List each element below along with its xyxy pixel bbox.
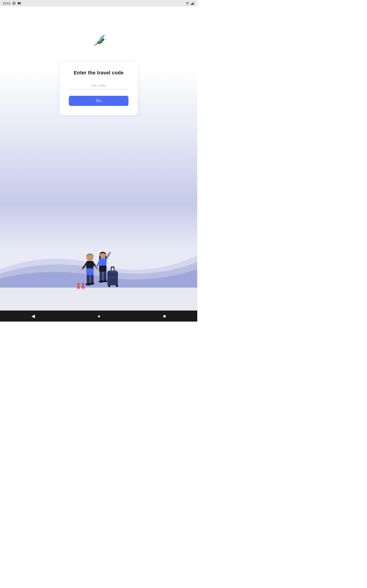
status-bar: 10:53 (0, 0, 197, 6)
wifi-icon (185, 2, 190, 5)
hummingbird-area (0, 6, 197, 48)
svg-rect-18 (111, 267, 115, 268)
main-content: Enter the travel code Go (0, 6, 197, 311)
travelers-svg (73, 242, 124, 294)
svg-rect-3 (18, 2, 20, 4)
nav-bar: ◀ ● ■ (0, 311, 197, 321)
code-input[interactable] (69, 82, 128, 89)
svg-rect-4 (21, 3, 21, 4)
svg-rect-7 (193, 2, 193, 5)
svg-rect-28 (90, 275, 94, 284)
svg-rect-8 (194, 2, 194, 5)
svg-rect-14 (107, 271, 118, 285)
status-right (185, 2, 194, 5)
svg-rect-6 (192, 3, 192, 5)
svg-rect-37 (103, 271, 106, 281)
svg-point-34 (109, 252, 111, 254)
svg-point-26 (96, 268, 99, 270)
svg-rect-5 (191, 4, 192, 5)
illustration-area (0, 233, 197, 311)
svg-point-40 (77, 283, 80, 285)
card-area: Enter the travel code Go (0, 61, 197, 115)
svg-point-12 (103, 39, 103, 39)
card-title: Enter the travel code (74, 70, 124, 76)
recent-button[interactable]: ■ (163, 313, 166, 319)
svg-point-39 (102, 280, 107, 282)
svg-rect-33 (99, 266, 106, 272)
svg-point-20 (116, 285, 118, 287)
time-display: 10:53 (3, 2, 10, 5)
svg-rect-27 (87, 275, 90, 284)
svg-point-11 (102, 39, 103, 40)
go-button[interactable]: Go (69, 96, 128, 106)
svg-point-35 (95, 265, 98, 268)
battery-icon (18, 2, 21, 4)
svg-point-19 (108, 285, 110, 287)
characters-illustration (73, 242, 124, 294)
hummingbird-logo (87, 29, 110, 48)
svg-rect-15 (108, 271, 117, 272)
svg-rect-36 (100, 271, 103, 281)
signal-icon (191, 2, 194, 5)
svg-point-30 (90, 283, 94, 285)
svg-point-1 (13, 3, 15, 4)
back-button[interactable]: ◀ (31, 313, 35, 319)
svg-point-25 (81, 268, 83, 271)
svg-rect-21 (107, 277, 118, 278)
travel-code-card: Enter the travel code Go (60, 61, 138, 115)
status-left: 10:53 (3, 1, 21, 5)
record-icon (12, 1, 16, 5)
home-button[interactable]: ● (98, 313, 100, 319)
svg-rect-24 (86, 268, 94, 275)
